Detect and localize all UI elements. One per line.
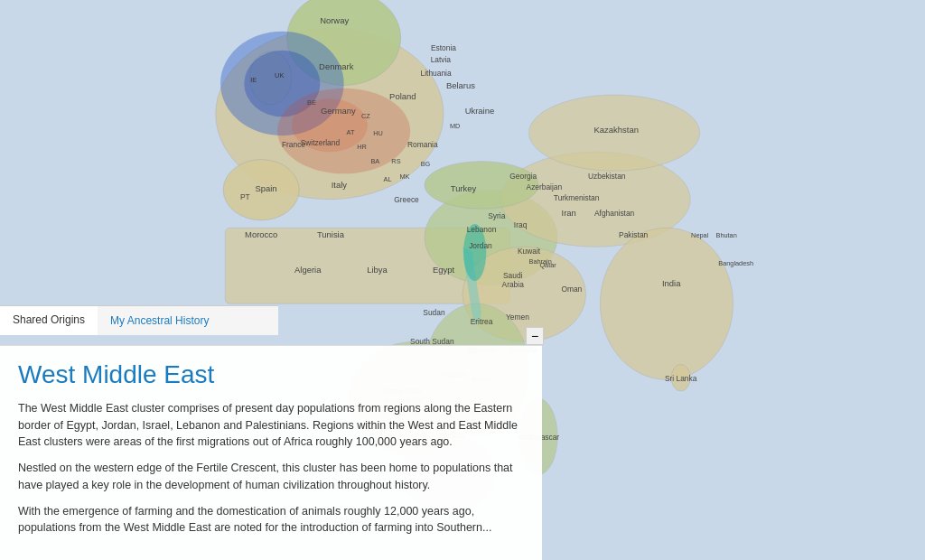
svg-text:Saudi: Saudi bbox=[503, 271, 523, 280]
svg-text:Libya: Libya bbox=[367, 265, 388, 275]
svg-text:MD: MD bbox=[450, 122, 460, 130]
svg-text:Egypt: Egypt bbox=[433, 265, 455, 275]
svg-text:Estonia: Estonia bbox=[431, 43, 456, 52]
svg-text:Bhutan: Bhutan bbox=[715, 231, 736, 239]
svg-point-12 bbox=[600, 228, 733, 379]
svg-text:Sri Lanka: Sri Lanka bbox=[665, 374, 697, 383]
svg-text:Pakistan: Pakistan bbox=[619, 230, 649, 239]
svg-text:AL: AL bbox=[383, 175, 391, 183]
svg-text:Ukraine: Ukraine bbox=[465, 106, 495, 116]
svg-text:Eritrea: Eritrea bbox=[471, 317, 493, 326]
svg-text:India: India bbox=[662, 278, 681, 288]
info-panel: West Middle East The West Middle East cl… bbox=[0, 345, 542, 560]
info-paragraph-2: Nestled on the western edge of the Ferti… bbox=[18, 460, 524, 494]
svg-point-14 bbox=[425, 162, 538, 210]
svg-text:Poland: Poland bbox=[389, 91, 416, 101]
info-title: West Middle East bbox=[18, 360, 524, 389]
svg-text:Bangladesh: Bangladesh bbox=[718, 259, 753, 267]
svg-text:Switzerland: Switzerland bbox=[301, 138, 341, 147]
svg-text:Turkmenistan: Turkmenistan bbox=[554, 193, 600, 202]
svg-text:UK: UK bbox=[275, 71, 284, 79]
tabs: Shared Origins My Ancestral History bbox=[0, 305, 278, 335]
svg-text:Lebanon: Lebanon bbox=[467, 225, 497, 234]
tab-my-ancestral-history[interactable]: My Ancestral History bbox=[98, 306, 221, 335]
svg-text:Arabia: Arabia bbox=[502, 280, 525, 289]
svg-text:Oman: Oman bbox=[561, 285, 582, 294]
svg-text:Yemen: Yemen bbox=[506, 313, 529, 322]
svg-text:Tunisia: Tunisia bbox=[317, 229, 345, 239]
svg-text:HU: HU bbox=[373, 129, 383, 137]
svg-text:Greece: Greece bbox=[394, 195, 419, 204]
svg-text:Norway: Norway bbox=[320, 15, 349, 25]
svg-text:Germany: Germany bbox=[321, 106, 356, 116]
svg-text:CZ: CZ bbox=[361, 112, 370, 120]
minimize-icon: − bbox=[531, 329, 538, 343]
svg-text:Spain: Spain bbox=[255, 183, 276, 193]
svg-text:PT: PT bbox=[240, 192, 250, 201]
svg-text:AT: AT bbox=[347, 128, 355, 136]
info-paragraph-3: With the emergence of farming and the do… bbox=[18, 503, 524, 537]
svg-text:Iran: Iran bbox=[562, 208, 576, 218]
svg-text:RS: RS bbox=[391, 157, 400, 165]
svg-text:HR: HR bbox=[357, 143, 367, 151]
svg-text:Latvia: Latvia bbox=[431, 55, 452, 64]
svg-text:Iraq: Iraq bbox=[514, 220, 528, 229]
svg-text:Romania: Romania bbox=[407, 140, 438, 149]
minimize-button[interactable]: − bbox=[526, 327, 544, 345]
svg-text:Sudan: Sudan bbox=[423, 308, 445, 317]
svg-text:Kazakhstan: Kazakhstan bbox=[594, 125, 639, 135]
svg-text:Uzbekistan: Uzbekistan bbox=[588, 172, 626, 181]
svg-text:MK: MK bbox=[399, 173, 409, 181]
svg-text:Turkey: Turkey bbox=[451, 183, 477, 193]
svg-text:BG: BG bbox=[421, 160, 431, 168]
svg-text:Afghanistan: Afghanistan bbox=[594, 209, 635, 218]
svg-text:Syria: Syria bbox=[488, 211, 505, 220]
svg-text:Qatar: Qatar bbox=[539, 261, 556, 269]
svg-text:Lithuania: Lithuania bbox=[421, 69, 452, 78]
svg-text:Kuwait: Kuwait bbox=[518, 247, 541, 256]
svg-text:Denmark: Denmark bbox=[319, 61, 354, 71]
svg-text:Azerbaijan: Azerbaijan bbox=[527, 182, 563, 191]
tab-shared-origins[interactable]: Shared Origins bbox=[0, 306, 98, 335]
svg-text:Jordan: Jordan bbox=[469, 241, 492, 250]
svg-text:IE: IE bbox=[250, 76, 257, 84]
svg-text:BE: BE bbox=[307, 98, 316, 107]
svg-text:Georgia: Georgia bbox=[509, 172, 537, 181]
svg-text:BA: BA bbox=[370, 157, 379, 165]
svg-text:Italy: Italy bbox=[332, 180, 348, 190]
svg-text:Belarus: Belarus bbox=[446, 80, 475, 90]
svg-text:Morocco: Morocco bbox=[245, 229, 277, 239]
svg-text:Nepal: Nepal bbox=[691, 231, 709, 239]
svg-text:Algeria: Algeria bbox=[294, 265, 322, 275]
info-paragraph-1: The West Middle East cluster comprises o… bbox=[18, 400, 524, 451]
